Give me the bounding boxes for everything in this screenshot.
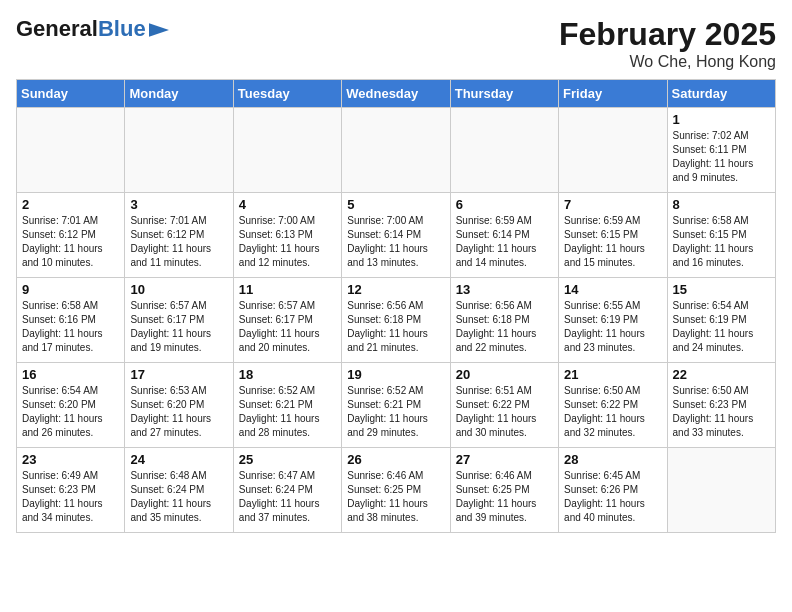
- weekday-header-monday: Monday: [125, 80, 233, 108]
- calendar-cell: 22Sunrise: 6:50 AMSunset: 6:23 PMDayligh…: [667, 363, 775, 448]
- calendar-cell: 20Sunrise: 6:51 AMSunset: 6:22 PMDayligh…: [450, 363, 558, 448]
- day-number: 8: [673, 197, 770, 212]
- weekday-header-wednesday: Wednesday: [342, 80, 450, 108]
- calendar-cell: 17Sunrise: 6:53 AMSunset: 6:20 PMDayligh…: [125, 363, 233, 448]
- weekday-header-sunday: Sunday: [17, 80, 125, 108]
- day-info: Sunrise: 6:57 AMSunset: 6:17 PMDaylight:…: [239, 299, 336, 355]
- day-info: Sunrise: 6:47 AMSunset: 6:24 PMDaylight:…: [239, 469, 336, 525]
- day-info: Sunrise: 6:55 AMSunset: 6:19 PMDaylight:…: [564, 299, 661, 355]
- day-info: Sunrise: 6:54 AMSunset: 6:20 PMDaylight:…: [22, 384, 119, 440]
- calendar-cell: 28Sunrise: 6:45 AMSunset: 6:26 PMDayligh…: [559, 448, 667, 533]
- day-number: 26: [347, 452, 444, 467]
- weekday-header-friday: Friday: [559, 80, 667, 108]
- week-row-5: 23Sunrise: 6:49 AMSunset: 6:23 PMDayligh…: [17, 448, 776, 533]
- calendar-cell: [667, 448, 775, 533]
- weekday-header-tuesday: Tuesday: [233, 80, 341, 108]
- day-info: Sunrise: 6:54 AMSunset: 6:19 PMDaylight:…: [673, 299, 770, 355]
- calendar-cell: [342, 108, 450, 193]
- day-info: Sunrise: 6:49 AMSunset: 6:23 PMDaylight:…: [22, 469, 119, 525]
- day-info: Sunrise: 6:50 AMSunset: 6:22 PMDaylight:…: [564, 384, 661, 440]
- calendar-cell: 10Sunrise: 6:57 AMSunset: 6:17 PMDayligh…: [125, 278, 233, 363]
- calendar-cell: 1Sunrise: 7:02 AMSunset: 6:11 PMDaylight…: [667, 108, 775, 193]
- calendar-cell: 7Sunrise: 6:59 AMSunset: 6:15 PMDaylight…: [559, 193, 667, 278]
- day-number: 10: [130, 282, 227, 297]
- page-header: GeneralBlue February 2025 Wo Che, Hong K…: [16, 16, 776, 71]
- week-row-1: 1Sunrise: 7:02 AMSunset: 6:11 PMDaylight…: [17, 108, 776, 193]
- day-info: Sunrise: 7:00 AMSunset: 6:14 PMDaylight:…: [347, 214, 444, 270]
- day-number: 24: [130, 452, 227, 467]
- calendar-cell: 6Sunrise: 6:59 AMSunset: 6:14 PMDaylight…: [450, 193, 558, 278]
- day-number: 12: [347, 282, 444, 297]
- calendar-cell: 3Sunrise: 7:01 AMSunset: 6:12 PMDaylight…: [125, 193, 233, 278]
- calendar-cell: 27Sunrise: 6:46 AMSunset: 6:25 PMDayligh…: [450, 448, 558, 533]
- calendar-table: SundayMondayTuesdayWednesdayThursdayFrid…: [16, 79, 776, 533]
- day-info: Sunrise: 7:02 AMSunset: 6:11 PMDaylight:…: [673, 129, 770, 185]
- day-number: 14: [564, 282, 661, 297]
- day-info: Sunrise: 6:48 AMSunset: 6:24 PMDaylight:…: [130, 469, 227, 525]
- calendar-cell: 18Sunrise: 6:52 AMSunset: 6:21 PMDayligh…: [233, 363, 341, 448]
- calendar-cell: 26Sunrise: 6:46 AMSunset: 6:25 PMDayligh…: [342, 448, 450, 533]
- day-number: 13: [456, 282, 553, 297]
- day-number: 9: [22, 282, 119, 297]
- location-title: Wo Che, Hong Kong: [559, 53, 776, 71]
- day-info: Sunrise: 6:50 AMSunset: 6:23 PMDaylight:…: [673, 384, 770, 440]
- week-row-4: 16Sunrise: 6:54 AMSunset: 6:20 PMDayligh…: [17, 363, 776, 448]
- weekday-header-saturday: Saturday: [667, 80, 775, 108]
- day-info: Sunrise: 7:01 AMSunset: 6:12 PMDaylight:…: [22, 214, 119, 270]
- calendar-title-block: February 2025 Wo Che, Hong Kong: [559, 16, 776, 71]
- calendar-cell: 2Sunrise: 7:01 AMSunset: 6:12 PMDaylight…: [17, 193, 125, 278]
- calendar-cell: 8Sunrise: 6:58 AMSunset: 6:15 PMDaylight…: [667, 193, 775, 278]
- calendar-cell: 13Sunrise: 6:56 AMSunset: 6:18 PMDayligh…: [450, 278, 558, 363]
- calendar-cell: [17, 108, 125, 193]
- day-number: 3: [130, 197, 227, 212]
- calendar-cell: 15Sunrise: 6:54 AMSunset: 6:19 PMDayligh…: [667, 278, 775, 363]
- calendar-cell: 5Sunrise: 7:00 AMSunset: 6:14 PMDaylight…: [342, 193, 450, 278]
- calendar-cell: [559, 108, 667, 193]
- day-info: Sunrise: 6:52 AMSunset: 6:21 PMDaylight:…: [347, 384, 444, 440]
- calendar-cell: 23Sunrise: 6:49 AMSunset: 6:23 PMDayligh…: [17, 448, 125, 533]
- day-info: Sunrise: 6:59 AMSunset: 6:14 PMDaylight:…: [456, 214, 553, 270]
- day-number: 16: [22, 367, 119, 382]
- day-number: 28: [564, 452, 661, 467]
- day-info: Sunrise: 6:59 AMSunset: 6:15 PMDaylight:…: [564, 214, 661, 270]
- day-info: Sunrise: 7:01 AMSunset: 6:12 PMDaylight:…: [130, 214, 227, 270]
- calendar-cell: 9Sunrise: 6:58 AMSunset: 6:16 PMDaylight…: [17, 278, 125, 363]
- day-number: 20: [456, 367, 553, 382]
- day-number: 25: [239, 452, 336, 467]
- week-row-3: 9Sunrise: 6:58 AMSunset: 6:16 PMDaylight…: [17, 278, 776, 363]
- calendar-cell: [450, 108, 558, 193]
- week-row-2: 2Sunrise: 7:01 AMSunset: 6:12 PMDaylight…: [17, 193, 776, 278]
- day-number: 21: [564, 367, 661, 382]
- svg-marker-0: [149, 23, 169, 36]
- day-number: 2: [22, 197, 119, 212]
- calendar-cell: [125, 108, 233, 193]
- weekday-header-row: SundayMondayTuesdayWednesdayThursdayFrid…: [17, 80, 776, 108]
- day-number: 5: [347, 197, 444, 212]
- day-number: 6: [456, 197, 553, 212]
- calendar-cell: [233, 108, 341, 193]
- logo-arrow-icon: [149, 23, 169, 37]
- day-number: 15: [673, 282, 770, 297]
- day-info: Sunrise: 6:46 AMSunset: 6:25 PMDaylight:…: [456, 469, 553, 525]
- day-info: Sunrise: 6:58 AMSunset: 6:15 PMDaylight:…: [673, 214, 770, 270]
- day-number: 19: [347, 367, 444, 382]
- calendar-cell: 19Sunrise: 6:52 AMSunset: 6:21 PMDayligh…: [342, 363, 450, 448]
- calendar-cell: 11Sunrise: 6:57 AMSunset: 6:17 PMDayligh…: [233, 278, 341, 363]
- day-number: 18: [239, 367, 336, 382]
- day-info: Sunrise: 6:56 AMSunset: 6:18 PMDaylight:…: [456, 299, 553, 355]
- calendar-cell: 4Sunrise: 7:00 AMSunset: 6:13 PMDaylight…: [233, 193, 341, 278]
- day-number: 22: [673, 367, 770, 382]
- calendar-cell: 25Sunrise: 6:47 AMSunset: 6:24 PMDayligh…: [233, 448, 341, 533]
- calendar-cell: 24Sunrise: 6:48 AMSunset: 6:24 PMDayligh…: [125, 448, 233, 533]
- day-number: 1: [673, 112, 770, 127]
- day-number: 4: [239, 197, 336, 212]
- day-info: Sunrise: 7:00 AMSunset: 6:13 PMDaylight:…: [239, 214, 336, 270]
- day-info: Sunrise: 6:46 AMSunset: 6:25 PMDaylight:…: [347, 469, 444, 525]
- day-info: Sunrise: 6:45 AMSunset: 6:26 PMDaylight:…: [564, 469, 661, 525]
- day-number: 27: [456, 452, 553, 467]
- day-number: 11: [239, 282, 336, 297]
- day-info: Sunrise: 6:52 AMSunset: 6:21 PMDaylight:…: [239, 384, 336, 440]
- calendar-cell: 21Sunrise: 6:50 AMSunset: 6:22 PMDayligh…: [559, 363, 667, 448]
- day-number: 23: [22, 452, 119, 467]
- logo-text: GeneralBlue: [16, 16, 146, 42]
